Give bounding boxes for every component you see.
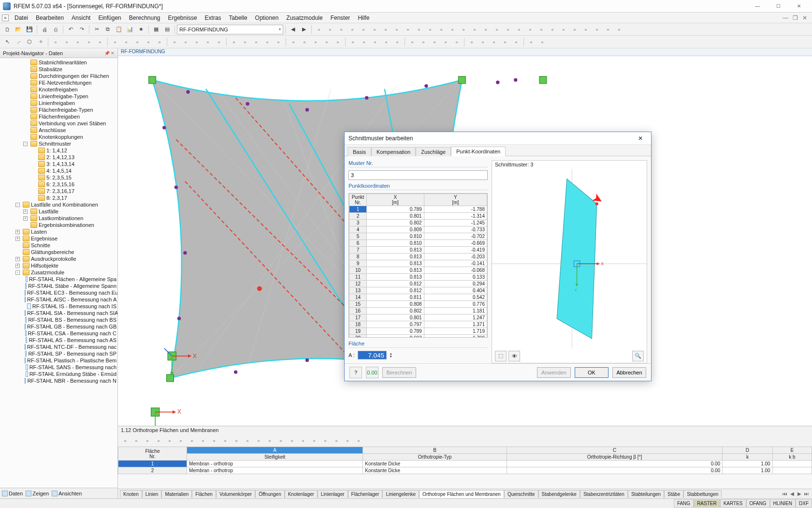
toolbar-icon[interactable]: ▫ (251, 37, 261, 47)
tree-node[interactable]: +Ergebnisse (0, 235, 117, 242)
tool-icon[interactable]: ⬡ (24, 37, 35, 47)
bottom-tab[interactable]: Orthotrope Flächen und Membranen (419, 490, 504, 498)
menu-ergebnisse[interactable]: Ergebnisse (164, 14, 201, 22)
bottom-tab[interactable]: Querschnitte (504, 490, 538, 498)
elem-icon[interactable]: ▦ (151, 24, 161, 35)
bottom-tab[interactable]: Flächenlager (348, 490, 383, 498)
grid-tool-icon[interactable]: ▫ (120, 435, 130, 446)
toolbar-icon[interactable]: ▫ (569, 24, 580, 35)
toolbar-icon[interactable]: ▫ (614, 24, 624, 35)
dialog-tab[interactable]: Kompensation (371, 147, 416, 156)
toolbar-icon[interactable]: ▫ (180, 37, 191, 47)
grid-tool-icon[interactable]: ▫ (153, 435, 164, 446)
anwenden-button[interactable]: Anwenden (537, 367, 571, 378)
status-kartes[interactable]: KARTES (720, 499, 746, 508)
toolbar-icon[interactable]: ▫ (262, 37, 273, 47)
tree-node[interactable]: 5: 2,3,5,15 (0, 174, 117, 181)
toolbar-icon[interactable]: ▫ (380, 24, 391, 35)
tree-node[interactable]: Durchdringungen der Flächen (0, 73, 117, 79)
tree-node[interactable]: Flächenfreigabe-Typen (0, 106, 117, 113)
tool-icon[interactable]: ⟋ (13, 37, 24, 47)
tree-node[interactable]: Knotenfreigaben (0, 86, 117, 93)
toolbar-icon[interactable]: ▫ (418, 37, 429, 47)
toolbar-icon[interactable]: ▫ (72, 37, 83, 47)
context-combo[interactable]: RF-FORMFINDUNG (177, 25, 283, 34)
menu-ansicht[interactable]: Ansicht (68, 14, 94, 22)
toolbar-icon[interactable]: ▫ (392, 37, 403, 47)
preview-canvas[interactable]: X Y ➤ (492, 168, 647, 349)
copy-icon[interactable]: ⧉ (102, 24, 113, 35)
tree-node[interactable]: Ergebniskombinationen (0, 222, 117, 228)
toolbar-icon[interactable]: ▫ (370, 37, 380, 47)
toolbar-icon[interactable]: ▫ (154, 37, 165, 47)
toolbar-icon[interactable]: ▫ (469, 24, 480, 35)
status-fang[interactable]: FANG (674, 499, 694, 508)
undo-icon[interactable]: ↶ (65, 24, 76, 35)
tree-node[interactable]: 4: 1,4,5,14 (0, 167, 117, 174)
toolbar-icon[interactable]: ▫ (425, 24, 435, 35)
bottom-tab[interactable]: Stabendgelenke (538, 490, 580, 498)
toolbar-icon[interactable]: ▫ (429, 37, 440, 47)
toolbar-icon[interactable]: ▫ (333, 37, 343, 47)
bottom-tab[interactable]: Materialien (161, 490, 192, 498)
toolbar-icon[interactable]: ▫ (414, 24, 424, 35)
toolbar-icon[interactable]: ▫ (407, 37, 418, 47)
coord-table-wrap[interactable]: PunktNr.X[m]Y[m]10.789-1.78820.801-1.314… (348, 193, 488, 338)
berechnen-button[interactable]: Berechnen (382, 367, 416, 378)
toolbar-icon[interactable]: ▫ (121, 37, 131, 47)
tab-first-icon[interactable]: ⏮ (782, 491, 788, 496)
grid-tool-icon[interactable]: ▫ (209, 435, 219, 446)
close-button[interactable]: ✕ (789, 1, 809, 12)
pin-icon[interactable]: 📌 (104, 51, 110, 56)
toolbar-icon[interactable]: ▫ (381, 37, 392, 47)
preview-tool-icon[interactable]: 👁 (508, 351, 520, 361)
elem-icon[interactable]: ▤ (162, 24, 173, 35)
grid-tool-icon[interactable]: ▫ (175, 435, 186, 446)
maximize-button[interactable]: ☐ (768, 1, 788, 12)
status-dxf[interactable]: DXF (796, 499, 812, 508)
toolbar-icon[interactable]: ▫ (526, 37, 536, 47)
tree-node[interactable]: Stabsätze (0, 66, 117, 73)
menu-icon[interactable]: ≡ (2, 15, 9, 21)
tool-icon[interactable]: ↖ (2, 37, 13, 47)
tree-node[interactable]: +Hilfsobjekte (0, 262, 117, 269)
toolbar-icon[interactable]: ▫ (50, 37, 61, 47)
tree-node[interactable]: RF-STAHL CSA - Bemessung nach C (0, 330, 117, 337)
toolbar-icon[interactable]: ▫ (592, 24, 602, 35)
status-raster[interactable]: RASTER (694, 499, 720, 508)
toolbar-icon[interactable]: ▫ (489, 37, 499, 47)
toolbar-icon[interactable]: ▫ (603, 24, 613, 35)
toolbar-icon[interactable]: ▫ (203, 37, 213, 47)
bottom-tab[interactable]: Flächen (192, 490, 216, 498)
grid-tool-icon[interactable]: ▫ (253, 435, 264, 446)
tree-node[interactable]: 7: 2,3,16,17 (0, 188, 117, 194)
toolbar-icon[interactable]: ▫ (514, 24, 524, 35)
tree-node[interactable]: RF-STAHL AS - Bemessung nach AS (0, 337, 117, 344)
minimize-button[interactable]: — (747, 1, 768, 12)
nav-tab-zeigen[interactable]: Zeigen (26, 491, 49, 496)
tool-icon[interactable]: ⎙ (50, 24, 61, 35)
tree-node[interactable]: 6: 2,3,15,16 (0, 181, 117, 188)
toolbar-icon[interactable]: ▫ (299, 37, 310, 47)
tree-node[interactable]: RF-STAHL NBR - Bemessung nach N (0, 377, 117, 384)
menu-zusatzmodule[interactable]: Zusatzmodule (282, 14, 326, 22)
tree-node[interactable]: RF-STAHL SP - Bemessung nach SP (0, 350, 117, 357)
help-button[interactable]: ? (349, 367, 362, 378)
grid-tool-icon[interactable]: ▫ (353, 435, 364, 446)
area-spinner[interactable]: ▲▼ (390, 352, 394, 358)
toolbar-icon[interactable]: ▫ (169, 37, 180, 47)
toolbar-icon[interactable]: ▫ (466, 37, 477, 47)
tree-node[interactable]: RF-STAHL GB - Bemessung nach GB (0, 323, 117, 330)
nav-prev-icon[interactable]: ◀ (288, 24, 298, 35)
tree-node[interactable]: -Zusatzmodule (0, 269, 117, 276)
tree-node[interactable]: Linienfreigaben (0, 100, 117, 106)
tree-node[interactable]: Schnitte (0, 242, 117, 249)
grid-tool-icon[interactable]: ▫ (242, 435, 253, 446)
ok-button[interactable]: OK (575, 367, 609, 378)
bottom-tab[interactable]: Knoten (120, 490, 142, 498)
bottom-tab[interactable]: Knotenlager (285, 490, 318, 498)
tool-icon[interactable]: ✧ (35, 37, 46, 47)
grid-table[interactable]: FlächeNr.ABCDESteifigkeitOrthotropie-Typ… (118, 447, 812, 474)
toolbar-icon[interactable]: ▫ (451, 37, 462, 47)
tree-node[interactable]: 8: 2,3,17 (0, 194, 117, 201)
